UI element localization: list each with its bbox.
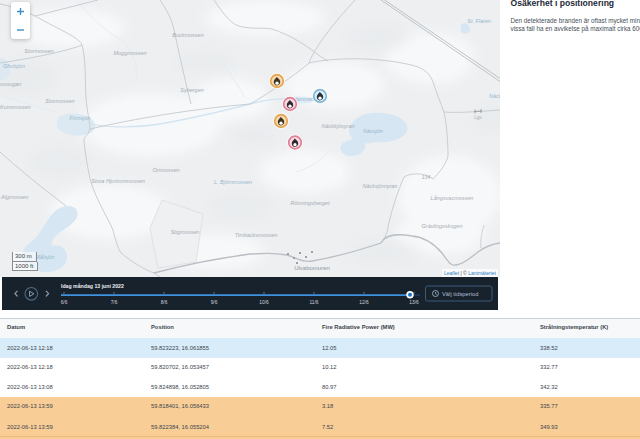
svg-text:Rönningsberget: Rönningsberget [291, 200, 330, 206]
svg-text:7/6: 7/6 [111, 300, 118, 305]
svg-text:mossugan: mossugan [0, 81, 21, 87]
svg-text:Lgo: Lgo [474, 115, 482, 120]
svg-text:11/6: 11/6 [310, 300, 319, 305]
svg-text:Stormossen: Stormossen [45, 98, 74, 104]
svg-text:Kummossen: Kummossen [0, 104, 31, 110]
svg-text:8/6: 8/6 [161, 300, 168, 305]
svg-text:Sybergen: Sybergen [180, 87, 204, 93]
svg-text:Stigmossen: Stigmossen [171, 229, 200, 235]
svg-text:Gholsjön: Gholsjön [3, 63, 25, 69]
svg-text:Grävlingsskogen: Grävlingsskogen [422, 223, 463, 229]
svg-text:Algmossen: Algmossen [0, 194, 28, 200]
svg-text:Finnsjön: Finnsjön [70, 115, 91, 121]
svg-text:Näcksjömyran: Näcksjömyran [363, 183, 398, 189]
svg-text:Muggmossen: Muggmossen [113, 50, 146, 56]
svg-text:Stormossen: Stormossen [24, 48, 53, 54]
svg-text:9/6: 9/6 [211, 300, 218, 305]
svg-text:Timbacksmossen: Timbacksmossen [235, 232, 278, 238]
svg-text:Näckkjösyran: Näckkjösyran [321, 123, 354, 129]
svg-text:6/6: 6/6 [61, 300, 68, 305]
svg-text:Näckebo: Näckebo [489, 93, 500, 99]
svg-text:Välj tidsperiod: Välj tidsperiod [442, 291, 478, 297]
svg-text:134: 134 [422, 174, 431, 180]
svg-text:Nävsjön: Nävsjön [363, 128, 383, 134]
svg-text:Orrmossen: Orrmossen [152, 167, 179, 173]
svg-text:Idag måndag 13 juni 2022: Idag måndag 13 juni 2022 [61, 283, 124, 289]
svg-text:Målsjön: Målsjön [36, 254, 55, 260]
svg-text:Ulvabomuren: Ulvabomuren [294, 265, 330, 271]
svg-text:Långsvacmossen: Långsvacmossen [431, 195, 474, 201]
svg-text:Bockmossen: Bockmossen [172, 32, 204, 38]
svg-text:L. Björnmossen: L. Björnmossen [214, 179, 252, 185]
svg-text:St. Flaten: St. Flaten [467, 18, 491, 24]
svg-text:Stora Hjortronmossen: Stora Hjortronmossen [91, 178, 145, 184]
svg-text:12/6: 12/6 [359, 300, 369, 305]
svg-text:10/6: 10/6 [259, 300, 269, 305]
svg-text:13/6: 13/6 [409, 300, 419, 305]
